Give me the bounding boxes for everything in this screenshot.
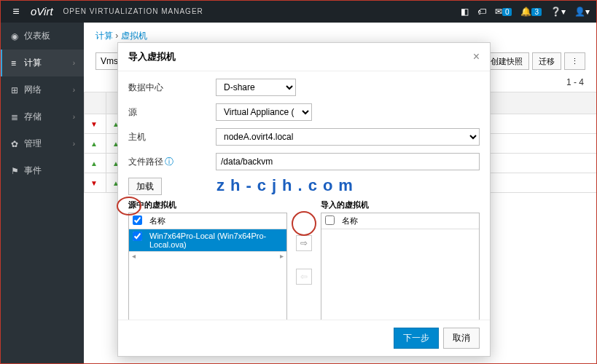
modal-title: 导入虚拟机 — [128, 50, 176, 63]
bell-icon[interactable]: 🔔3 — [520, 7, 542, 17]
label-datacenter: 数据中心 — [128, 82, 216, 94]
sidebar-item-admin[interactable]: ✿管理› — [0, 130, 84, 157]
mail-icon[interactable]: ✉0 — [495, 7, 512, 17]
label-filepath: 文件路径ⓘ — [128, 156, 216, 168]
target-list[interactable]: 名称 — [321, 213, 480, 320]
chevron-right-icon: › — [73, 59, 75, 67]
row-checkbox[interactable] — [133, 232, 142, 241]
topbar: ≡ oVirt OPEN VIRTUALIZATION MANAGER ◧ 🏷 … — [0, 0, 597, 23]
next-button[interactable]: 下一步 — [394, 328, 439, 349]
logo: oVirt — [31, 5, 53, 17]
migrate-button[interactable]: 迁移 — [532, 52, 561, 70]
compute-icon: ≡ — [11, 58, 24, 68]
label-source: 源 — [128, 106, 216, 119]
datacenter-select[interactable]: D-share — [216, 79, 296, 96]
filepath-input[interactable] — [216, 153, 480, 170]
source-select[interactable]: Virtual Appliance ( — [216, 103, 312, 121]
move-left-button: ⇦ — [296, 269, 312, 285]
move-right-button[interactable]: ⇨ — [296, 235, 312, 251]
network-icon: ⊞ — [11, 85, 24, 95]
close-icon[interactable]: × — [473, 50, 480, 63]
label-host: 主机 — [128, 131, 216, 143]
sidebar-item-storage[interactable]: ≣存储› — [0, 103, 84, 130]
import-vm-modal: 导入虚拟机 × 数据中心 D-share 源 Virtual Appliance… — [117, 42, 491, 357]
select-all-target-checkbox[interactable] — [325, 215, 335, 225]
user-icon[interactable]: 👤▾ — [574, 7, 590, 17]
load-button[interactable]: 加载 — [128, 178, 162, 195]
flag-icon: ⚑ — [11, 166, 24, 176]
product-name: OPEN VIRTUALIZATION MANAGER — [63, 7, 203, 15]
host-select[interactable]: nodeA.ovirt4.local — [216, 128, 480, 146]
sidebar-item-events[interactable]: ⚑事件 — [0, 157, 84, 184]
breadcrumb-current[interactable]: 虚拟机 — [121, 31, 147, 41]
sidebar-item-compute[interactable]: ≡计算› — [0, 50, 84, 76]
hamburger-icon[interactable]: ≡ — [7, 5, 25, 18]
target-list-title: 导入的虚拟机 — [321, 199, 480, 210]
storage-icon: ≣ — [11, 112, 24, 122]
bookmark-icon[interactable]: ◧ — [461, 7, 469, 17]
create-snapshot-button[interactable]: 创建快照 — [484, 52, 529, 70]
select-all-checkbox[interactable] — [133, 215, 142, 225]
cancel-button[interactable]: 取消 — [443, 328, 480, 349]
sidebar-item-dashboard[interactable]: ◉仪表板 — [0, 23, 84, 50]
gear-icon: ✿ — [11, 139, 24, 149]
sidebar: ◉仪表板 ≡计算› ⊞网络› ≣存储› ✿管理› ⚑事件 — [0, 23, 84, 364]
dashboard-icon: ◉ — [11, 31, 24, 41]
source-list[interactable]: 名称 Win7x64Pro-Local (Win7x64Pro-Local.ov… — [128, 213, 287, 320]
list-item[interactable]: Win7x64Pro-Local (Win7x64Pro-Local.ova) — [129, 229, 286, 251]
help-icon[interactable]: ❔▾ — [550, 7, 566, 17]
tag-icon[interactable]: 🏷 — [477, 7, 486, 17]
more-button[interactable]: ⋮ — [564, 52, 585, 70]
sidebar-item-network[interactable]: ⊞网络› — [0, 76, 84, 103]
breadcrumb-parent[interactable]: 计算 — [95, 31, 113, 41]
source-list-title: 源中的虚拟机 — [128, 199, 287, 210]
